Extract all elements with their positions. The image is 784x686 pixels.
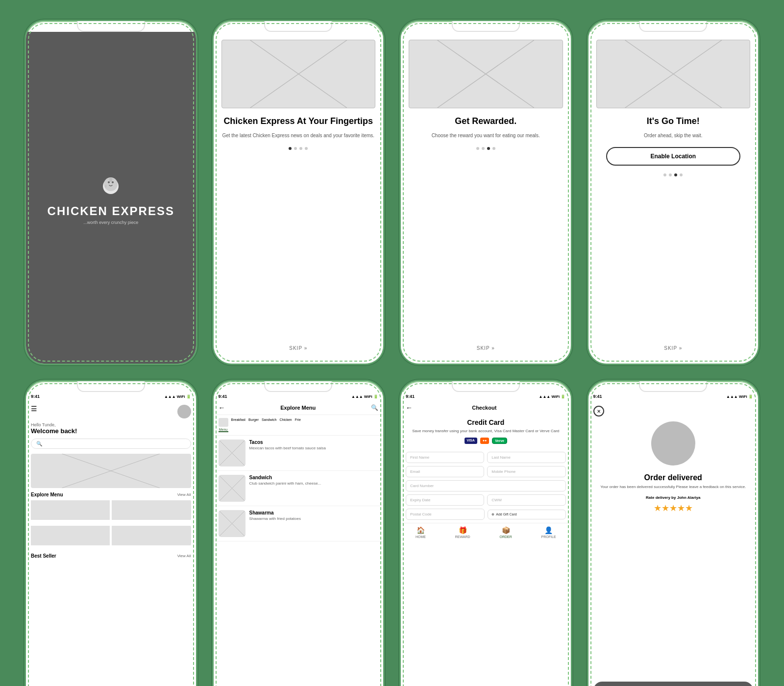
mobile-field[interactable]: Mobile Phone: [487, 466, 565, 477]
cat-breakfast[interactable]: Breakfast: [231, 418, 246, 432]
nav-home-label: HOME: [416, 535, 426, 539]
home-icon: 🏠: [416, 526, 425, 534]
best-seller-label: Best Seller: [31, 553, 56, 559]
onboard2-image: [409, 40, 563, 108]
postal-code-field[interactable]: Postal Code: [406, 509, 485, 520]
cat-menu[interactable]: Menu: [219, 418, 228, 432]
gift-icon: ⊕: [491, 513, 494, 516]
close-button[interactable]: ✕: [593, 406, 604, 416]
onboard1-content: Chicken Express At Your Fingertips Get t…: [214, 32, 384, 364]
status-icons: ▲▲▲ WiFi 🔋: [351, 394, 378, 399]
svg-point-3: [112, 181, 114, 183]
notch: [639, 381, 707, 392]
status-bar: 9:41 ▲▲▲ WiFi 🔋: [588, 392, 759, 401]
dot-3: [299, 147, 302, 150]
menu-item-shawarma[interactable]: Shawarma Shawarma with fried potatoes: [214, 506, 384, 541]
notch: [77, 381, 145, 392]
dot-1: [476, 147, 479, 150]
explore-item-4[interactable]: [112, 526, 191, 545]
onboard3-screen: It's Go Time! Order ahead, skip the wait…: [588, 32, 759, 364]
back-button[interactable]: ←: [219, 404, 225, 412]
nav-profile[interactable]: 👤 PROFILE: [541, 526, 556, 539]
nav-order[interactable]: 📦 ORDER: [499, 526, 512, 539]
onboard2-screen: Get Rewarded. Choose the reward you want…: [401, 32, 571, 364]
status-time: 9:41: [31, 394, 40, 399]
skip-button-2[interactable]: SKIP »: [409, 341, 563, 356]
cat-fries[interactable]: Frie: [295, 418, 301, 432]
add-gift-card-button[interactable]: ⊕ Add Gift Card: [488, 510, 565, 519]
onboard1-screen: Chicken Express At Your Fingertips Get t…: [214, 32, 384, 364]
nav-reward[interactable]: 🎁 REWARD: [455, 526, 470, 539]
hamburger-menu-icon[interactable]: ☰: [31, 405, 37, 413]
search-bar[interactable]: 🔍: [31, 439, 191, 449]
back-button[interactable]: ←: [406, 404, 413, 412]
checkout-header: ← Checkout: [401, 401, 571, 415]
nav-reward-label: REWARD: [455, 535, 470, 539]
search-button[interactable]: 🔍: [371, 404, 378, 411]
star-rating[interactable]: ★★★★★: [593, 503, 754, 514]
notch: [264, 381, 332, 392]
explore-item-1[interactable]: [31, 500, 110, 520]
email-field[interactable]: Email: [406, 466, 484, 477]
last-name-field[interactable]: Last Name: [487, 452, 565, 463]
card-number-field[interactable]: Card Number: [406, 480, 566, 491]
view-all-explore[interactable]: View All: [177, 492, 191, 497]
order-delivered-desc: Your order has been delivered successful…: [593, 484, 754, 490]
status-icons: ▲▲▲ WiFi 🔋: [726, 394, 753, 399]
expiry-date-field[interactable]: Expiry Date: [406, 494, 484, 506]
phone-onboard3: It's Go Time! Order ahead, skip the wait…: [587, 20, 760, 365]
status-time: 9:41: [593, 394, 602, 399]
sandwich-info: Sandwich Club sandwich panini with ham, …: [249, 475, 379, 486]
svg-rect-17: [31, 500, 110, 520]
explore-screen-title: Explore Menu: [225, 405, 371, 411]
explore-item-3[interactable]: [31, 526, 110, 545]
enable-location-button[interactable]: Enable Location: [606, 147, 741, 166]
search-icon: 🔍: [36, 441, 42, 446]
menu-category-icon: [219, 418, 228, 427]
home-content: ☰ Hello Tunde, Welcome back! 🔍 Explore M…: [26, 401, 196, 686]
phone-onboard2: Get Rewarded. Choose the reward you want…: [399, 20, 572, 365]
cat-burger[interactable]: Burger: [248, 418, 259, 432]
shawarma-name: Shawarma: [249, 510, 379, 515]
tacos-info: Tacos Mexican tacos with beef tomato sau…: [249, 440, 379, 450]
explore-screen: 9:41 ▲▲▲ WiFi 🔋 ← Explore Menu 🔍 Menu: [214, 392, 384, 686]
checkout-form: First Name Last Name Email Mobile Phone …: [401, 452, 571, 523]
svg-rect-19: [31, 526, 110, 545]
notch: [452, 381, 520, 392]
onboard1-title: Chicken Express At Your Fingertips: [221, 116, 376, 127]
skip-button-1[interactable]: SKIP »: [221, 341, 376, 356]
delivered-screen: 9:41 ▲▲▲ WiFi 🔋 ✕ Order delivered Your o…: [588, 392, 759, 686]
shawarma-info: Shawarma Shawarma with fried potatoes: [249, 510, 379, 521]
cat-sandwich[interactable]: Sandwich: [262, 418, 276, 432]
status-bar: 9:41 ▲▲▲ WiFi 🔋: [214, 392, 384, 401]
nav-profile-label: PROFILE: [541, 535, 556, 539]
onboard2-desc: Choose the reward you want for eating ou…: [409, 132, 563, 139]
sandwich-image: [219, 475, 245, 502]
first-name-field[interactable]: First Name: [406, 452, 484, 463]
submit-feedback-button[interactable]: Submit Feedback: [593, 682, 754, 686]
phones-grid: CHICKEN EXPRESS ...worth every crunchy p…: [24, 20, 760, 686]
cvv-field[interactable]: CWW: [487, 494, 565, 506]
status-time: 9:41: [406, 394, 415, 399]
explore-item-2[interactable]: [112, 500, 191, 520]
view-all-best[interactable]: View All: [177, 554, 191, 558]
splash-bg: CHICKEN EXPRESS ...worth every crunchy p…: [26, 32, 196, 364]
delivered-content: ✕ Order delivered Your order has been de…: [588, 401, 759, 686]
tacos-name: Tacos: [249, 440, 379, 445]
skip-button-3[interactable]: SKIP »: [596, 341, 751, 356]
banner-image: [31, 454, 191, 488]
credit-card-section: Credit Card Save money transfer using yo…: [401, 415, 571, 452]
cat-chicken[interactable]: Chicken: [279, 418, 292, 432]
onboard1-dots: [221, 147, 376, 150]
dot-1: [663, 173, 666, 176]
dot-3: [674, 173, 677, 176]
menu-item-sandwich[interactable]: Sandwich Club sandwich panini with ham, …: [214, 471, 384, 506]
svg-rect-18: [112, 500, 191, 520]
dot-2: [482, 147, 485, 150]
status-bar: 9:41 ▲▲▲ WiFi 🔋: [26, 392, 196, 401]
nav-home[interactable]: 🏠 HOME: [416, 526, 426, 539]
onboard3-content: It's Go Time! Order ahead, skip the wait…: [588, 32, 759, 364]
menu-item-tacos[interactable]: Tacos Mexican tacos with beef tomato sau…: [214, 436, 384, 471]
postal-gift-row: Postal Code ⊕ Add Gift Card: [406, 509, 566, 520]
phone-splash: CHICKEN EXPRESS ...worth every crunchy p…: [24, 20, 197, 365]
